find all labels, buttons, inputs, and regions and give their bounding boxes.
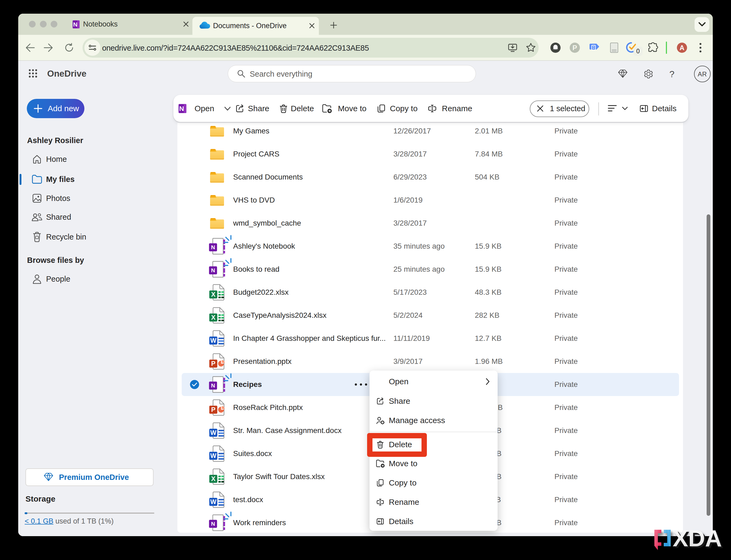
svg-text:N: N xyxy=(179,105,184,112)
svg-text:XDA: XDA xyxy=(673,525,722,551)
svg-text:N: N xyxy=(73,21,77,28)
